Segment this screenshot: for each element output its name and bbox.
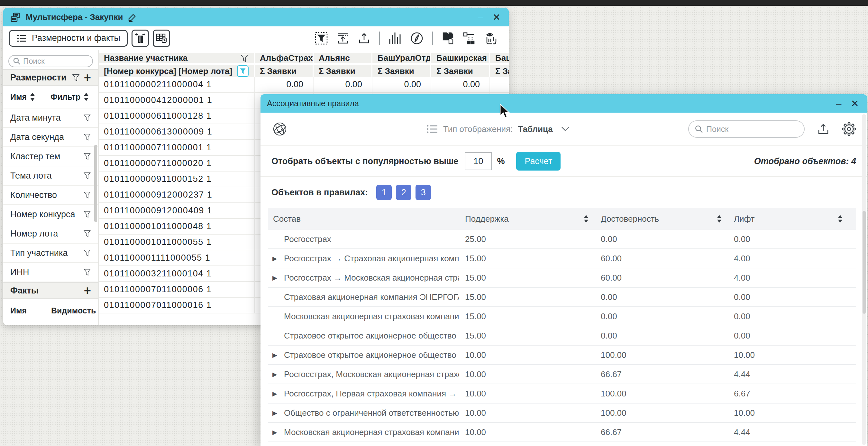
filter-icon[interactable] — [83, 114, 91, 122]
dimension-item[interactable]: Дата минута — [3, 109, 98, 128]
dialog-minimize-button[interactable]: – — [833, 99, 844, 109]
rule-row[interactable]: ▶ Росгосстрах 25.00 0.00 0.00 — [268, 230, 856, 249]
rule-row[interactable]: ▶ Страховое открытое акционерное обществ… — [268, 326, 856, 346]
column-header-cell[interactable]: Башкирская — [490, 53, 509, 63]
dimension-item[interactable]: ИНН — [3, 263, 98, 282]
visibility-box-icon[interactable] — [484, 32, 498, 45]
rule-row[interactable]: ▶ Московская акционерная страховая компа… — [268, 423, 856, 442]
dimension-item[interactable]: Дата секунда — [3, 128, 98, 147]
dialog-close-button[interactable]: ✕ — [849, 99, 861, 109]
rule-size-button[interactable]: 3 — [415, 185, 431, 200]
rule-row[interactable]: ▶ Росгосстрах, Первая страховая компания… — [268, 384, 856, 404]
expand-icon[interactable]: ▶ — [272, 409, 279, 417]
dialog-search[interactable] — [688, 120, 805, 138]
expand-icon[interactable]: ▶ — [272, 274, 279, 281]
compass-icon[interactable] — [410, 32, 424, 45]
dialog-scrollbar[interactable] — [862, 114, 866, 445]
filter-icon[interactable] — [72, 73, 80, 82]
filter-icon[interactable] — [240, 54, 249, 62]
calculate-button[interactable]: Расчет — [516, 152, 561, 171]
export-icon[interactable] — [817, 123, 830, 136]
header-support[interactable]: Поддержка — [459, 214, 595, 224]
sort-icon[interactable] — [584, 215, 589, 223]
fit-columns-button[interactable] — [131, 30, 149, 47]
expand-icon[interactable]: ▶ — [272, 371, 279, 378]
dimension-item[interactable]: Номер конкурса — [3, 205, 98, 224]
header-lift[interactable]: Лифт — [728, 214, 849, 224]
column-header-cell[interactable]: Альянс — [314, 53, 372, 63]
filter-selection-icon[interactable] — [314, 32, 328, 45]
minimize-button[interactable]: – — [475, 12, 486, 22]
rule-row[interactable]: ▶ Московская акционерная страховая компа… — [268, 307, 856, 326]
add-fact-button[interactable]: + — [84, 285, 91, 297]
rule-row[interactable]: ▶ Страховое открытое акционерное обществ… — [268, 346, 856, 365]
table-panel-button[interactable] — [153, 30, 170, 47]
expand-icon[interactable]: ▶ — [272, 428, 279, 436]
rule-size-button[interactable]: 2 — [396, 185, 411, 200]
measure-header-cell[interactable]: Σ Заявки — [372, 65, 431, 77]
header-confidence[interactable]: Достоверность — [595, 214, 728, 224]
close-button[interactable]: ✕ — [491, 12, 502, 22]
rule-row[interactable]: ▶ Страховая акционерная компания ЭНЕРГОГ… — [268, 288, 856, 307]
rule-row[interactable]: ▶ Росгосстрах → Страховая акционерная ко… — [268, 249, 856, 268]
column-header-cell[interactable]: АльфаСтрахова — [255, 53, 314, 63]
add-dimension-button[interactable]: + — [84, 71, 91, 84]
measure-header-cell[interactable]: Σ Заявки — [314, 65, 372, 77]
expand-icon[interactable]: ▶ — [272, 351, 279, 359]
filter-icon[interactable] — [83, 268, 91, 276]
row-subheader-cell[interactable]: [Номер конкурса] [Номер лота] — [99, 65, 255, 77]
main-titlebar[interactable]: Мультисфера - Закупки – ✕ — [3, 8, 509, 26]
import-data-icon[interactable] — [336, 32, 349, 45]
sort-icon[interactable] — [84, 92, 89, 101]
filter-icon[interactable] — [83, 191, 91, 199]
expand-icon[interactable]: ▶ — [272, 390, 279, 397]
dialog-scrollbar-thumb[interactable] — [863, 211, 866, 314]
sidebar-scrollbar-thumb[interactable] — [94, 145, 97, 222]
dimensions-section-header[interactable]: Размерности + — [3, 69, 98, 86]
dimension-item[interactable]: Тип участника — [3, 244, 98, 263]
dimension-item[interactable]: Тема лота — [3, 167, 98, 186]
facts-section-header[interactable]: Факты + — [3, 282, 98, 299]
dialog-search-input[interactable] — [706, 124, 798, 134]
popularity-input[interactable] — [465, 152, 492, 170]
rule-row[interactable]: ▶ Росгосстрах, Московская акционерная ст… — [268, 365, 856, 384]
dimensions-facts-button[interactable]: Размерности и факты — [9, 30, 128, 47]
sort-icon[interactable] — [717, 215, 722, 223]
measure-header-cell[interactable]: Σ Заявки — [431, 65, 490, 77]
dimension-item[interactable]: Номер лота — [3, 224, 98, 244]
column-header-cell[interactable]: БашУралОтдел — [372, 53, 431, 63]
bar-chart-icon[interactable] — [388, 32, 402, 45]
dimension-item[interactable]: Кластер тем — [3, 147, 98, 167]
filter-icon[interactable] — [83, 249, 91, 257]
row-header-cell[interactable]: Название участника — [99, 53, 255, 63]
table-row[interactable]: 0101100000211000004 1 0.000.000.000.000.… — [99, 77, 509, 93]
display-type-select[interactable]: Тип отображения: Таблица — [427, 124, 569, 134]
measure-header-cell[interactable]: Σ Заявки — [490, 65, 509, 77]
copy-documents-icon[interactable] — [441, 32, 454, 45]
structure-icon[interactable] — [462, 32, 476, 45]
filter-icon[interactable] — [83, 210, 91, 218]
filter-icon[interactable] — [83, 152, 91, 160]
rule-size-button[interactable]: 1 — [376, 185, 392, 200]
dimension-item-label: Тип участника — [10, 248, 67, 258]
gear-icon[interactable] — [842, 122, 856, 136]
dialog-titlebar[interactable]: Ассоциативные правила – ✕ — [260, 94, 867, 113]
filter-icon[interactable] — [83, 172, 91, 180]
sidebar-search-input[interactable] — [23, 57, 88, 66]
rule-row[interactable]: ▶ Общество с ограниченной ответственност… — [268, 404, 856, 423]
rule-row[interactable]: ▶ Росгосстрах → Московская акционерная с… — [268, 268, 856, 288]
measure-header-cell[interactable]: Σ Заявки — [255, 65, 314, 77]
column-header-cell[interactable]: Башкирская ст — [431, 53, 490, 63]
active-filter-icon[interactable] — [237, 65, 249, 77]
edit-title-icon[interactable] — [127, 12, 137, 22]
sort-icon[interactable] — [838, 215, 843, 223]
dimension-item[interactable]: Количество — [3, 186, 98, 205]
sidebar-search[interactable] — [8, 55, 93, 67]
filter-icon[interactable] — [83, 133, 91, 141]
expand-icon[interactable]: ▶ — [272, 255, 279, 262]
sort-icon[interactable] — [30, 92, 35, 101]
filter-icon[interactable] — [83, 230, 91, 237]
header-composition[interactable]: Состав — [268, 214, 459, 224]
sphere-dice-icon[interactable] — [272, 121, 288, 138]
export-icon[interactable] — [358, 32, 371, 45]
